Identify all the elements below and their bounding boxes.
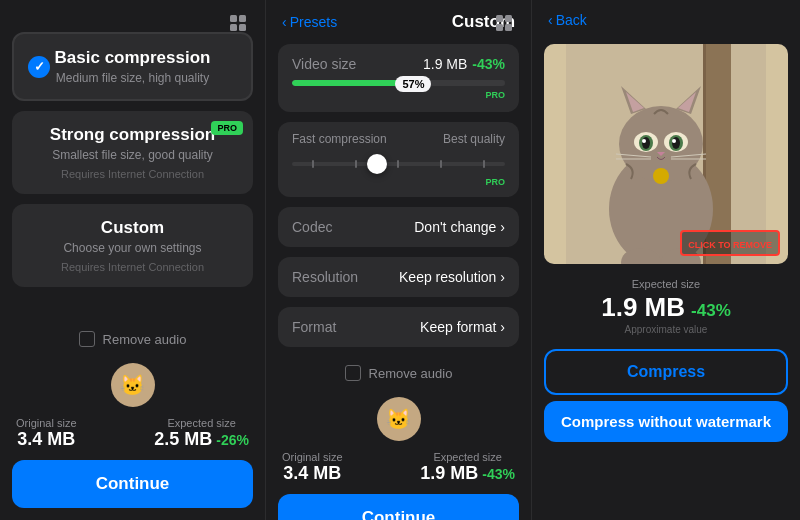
- best-label: Best quality: [443, 132, 505, 146]
- back-chevron-icon: ‹: [282, 14, 287, 30]
- resolution-row[interactable]: Resolution Keep resolution ›: [278, 257, 519, 297]
- option-basic[interactable]: Basic compression Medium file size, high…: [12, 32, 253, 101]
- codec-row[interactable]: Codec Don't change ›: [278, 207, 519, 247]
- svg-rect-4: [496, 15, 503, 22]
- resolution-chevron-icon: ›: [500, 269, 505, 285]
- svg-rect-2: [230, 24, 237, 31]
- quality-track: [292, 162, 505, 166]
- back-label: Presets: [290, 14, 337, 30]
- codec-value: Don't change: [414, 219, 496, 235]
- vs-label: Video size: [292, 56, 356, 72]
- format-label: Format: [292, 319, 336, 335]
- panel-compression-options: Basic compression Medium file size, high…: [0, 0, 266, 520]
- format-value: Keep format: [420, 319, 496, 335]
- quality-thumb: [367, 154, 387, 174]
- svg-rect-1: [239, 15, 246, 22]
- quality-slider[interactable]: [292, 154, 505, 174]
- back-button[interactable]: ‹ Back: [548, 12, 587, 28]
- slider-value-label: 57%: [395, 76, 431, 92]
- codec-chevron-icon: ›: [500, 219, 505, 235]
- expected-size-value: 2.5 MB: [154, 429, 212, 450]
- format-row[interactable]: Format Keep format ›: [278, 307, 519, 347]
- quality-pro-label: PRO: [292, 177, 505, 187]
- expected-size-col: Expected size 2.5 MB -26%: [154, 417, 249, 450]
- quality-section: Fast compression Best quality PRO: [278, 122, 519, 197]
- pro-badge: PRO: [211, 121, 243, 135]
- expected-change: -43%: [691, 301, 731, 321]
- remove-audio-checkbox[interactable]: [79, 331, 95, 347]
- panel2-bottom: 🐱 Original size 3.4 MB Expected size 1.9…: [266, 389, 531, 520]
- resolution-value-container: Keep resolution ›: [399, 269, 505, 285]
- selected-check-icon: [28, 56, 50, 78]
- back-label: Back: [556, 12, 587, 28]
- watermark-text: CLICK TO REMOVE: [688, 240, 772, 250]
- avatar: 🐱: [111, 363, 155, 407]
- expected-section: Expected size 1.9 MB -43% Approximate va…: [532, 268, 800, 339]
- vs-value: 1.9 MB: [423, 56, 467, 72]
- video-preview: CLICK TO REMOVE: [544, 44, 788, 264]
- panel2-expected-value: 1.9 MB: [420, 463, 478, 484]
- panel2-header: ‹ Presets Custom: [266, 0, 531, 44]
- codec-value-container: Don't change ›: [414, 219, 505, 235]
- expected-size-label: Expected size: [167, 417, 235, 429]
- expected-size-change: -26%: [216, 432, 249, 448]
- basic-subtitle: Medium file size, high quality: [30, 71, 235, 85]
- options-list: Basic compression Medium file size, high…: [0, 24, 265, 323]
- format-value-container: Keep format ›: [420, 319, 505, 335]
- custom-note: Requires Internet Connection: [28, 261, 237, 273]
- panel2-expected-col: Expected size 1.9 MB -43%: [420, 451, 515, 484]
- compress-button[interactable]: Compress: [544, 349, 788, 395]
- panel2-remove-audio-checkbox[interactable]: [345, 365, 361, 381]
- compress-no-watermark-button[interactable]: Compress without watermark: [544, 401, 788, 442]
- svg-rect-3: [239, 24, 246, 31]
- expected-size: 1.9 MB: [601, 292, 685, 323]
- format-chevron-icon: ›: [500, 319, 505, 335]
- panel2-grid-icon[interactable]: [493, 12, 515, 38]
- watermark-badge[interactable]: CLICK TO REMOVE: [680, 230, 780, 256]
- size-row: Original size 3.4 MB Expected size 2.5 M…: [12, 417, 253, 450]
- slider-thumb: 57%: [395, 74, 431, 92]
- svg-rect-0: [230, 15, 237, 22]
- panel3-header: ‹ Back: [532, 0, 800, 40]
- original-size-label: Original size: [16, 417, 77, 429]
- option-custom[interactable]: Custom Choose your own settings Requires…: [12, 204, 253, 287]
- video-size-slider[interactable]: 57%: [292, 80, 505, 86]
- panel2-size-row: Original size 3.4 MB Expected size 1.9 M…: [278, 451, 519, 484]
- panel2-avatar: 🐱: [377, 397, 421, 441]
- strong-note: Requires Internet Connection: [28, 168, 237, 180]
- back-to-presets[interactable]: ‹ Presets: [282, 14, 337, 30]
- panel1-continue-button[interactable]: Continue: [12, 460, 253, 508]
- expected-value-row: 1.9 MB -43%: [548, 292, 784, 323]
- panel2-remove-audio-row: Remove audio: [266, 357, 531, 389]
- panel2-continue-button[interactable]: Continue: [278, 494, 519, 520]
- custom-title: Custom: [28, 218, 237, 238]
- remove-audio-label: Remove audio: [103, 332, 187, 347]
- svg-point-22: [672, 137, 680, 149]
- svg-rect-7: [505, 24, 512, 31]
- original-size-value: 3.4 MB: [17, 429, 75, 450]
- option-strong[interactable]: PRO Strong compression Smallest file siz…: [12, 111, 253, 194]
- strong-subtitle: Smallest file size, good quality: [28, 148, 237, 162]
- panel2-original-label: Original size: [282, 451, 343, 463]
- basic-title: Basic compression: [30, 48, 235, 68]
- remove-audio-row: Remove audio: [0, 323, 265, 355]
- expected-label: Expected size: [548, 278, 784, 290]
- panel2-expected-change: -43%: [482, 466, 515, 482]
- vs-change: -43%: [472, 56, 505, 72]
- approx-label: Approximate value: [548, 324, 784, 335]
- back-chevron-icon: ‹: [548, 12, 553, 28]
- panel1-header: [0, 0, 265, 24]
- video-size-section: Video size 1.9 MB -43% 57% PRO: [278, 44, 519, 112]
- panel2-expected-label: Expected size: [433, 451, 501, 463]
- resolution-label: Resolution: [292, 269, 358, 285]
- quality-header-row: Fast compression Best quality: [292, 132, 505, 146]
- panel2-original-col: Original size 3.4 MB: [282, 451, 343, 484]
- svg-point-23: [642, 139, 646, 143]
- custom-subtitle: Choose your own settings: [28, 241, 237, 255]
- svg-rect-5: [505, 15, 512, 22]
- settings-list: Video size 1.9 MB -43% 57% PRO Fast comp…: [266, 44, 531, 357]
- codec-label: Codec: [292, 219, 332, 235]
- original-size-col: Original size 3.4 MB: [16, 417, 77, 450]
- svg-point-24: [672, 139, 676, 143]
- panel2-remove-audio-label: Remove audio: [369, 366, 453, 381]
